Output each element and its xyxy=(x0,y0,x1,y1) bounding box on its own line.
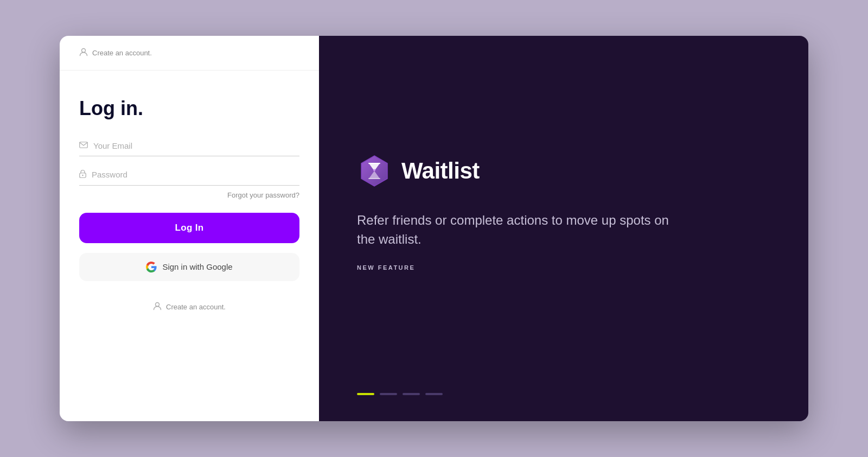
google-signin-button[interactable]: Sign in with Google xyxy=(79,253,299,281)
svg-point-0 xyxy=(82,49,86,53)
user-icon-bottom xyxy=(153,302,162,312)
lock-icon xyxy=(79,169,86,180)
forgot-password-link[interactable]: Forgot your password? xyxy=(227,191,299,199)
brand-name: Waitlist xyxy=(401,158,480,184)
email-input[interactable] xyxy=(93,141,299,150)
create-account-bottom: Create an account. xyxy=(79,296,299,312)
slide-indicator-3[interactable] xyxy=(403,393,420,395)
email-icon xyxy=(79,141,88,150)
svg-point-8 xyxy=(373,169,375,172)
slide-indicators xyxy=(357,393,443,395)
svg-point-4 xyxy=(156,302,159,306)
password-input-wrapper xyxy=(79,169,299,186)
promo-panel: Waitlist Refer friends or complete actio… xyxy=(319,36,808,421)
create-account-bottom-label[interactable]: Create an account. xyxy=(166,303,226,311)
top-bar: Create an account. xyxy=(60,36,319,71)
new-feature-badge: NEW FEATURE xyxy=(357,264,770,271)
create-account-top-label[interactable]: Create an account. xyxy=(92,49,152,57)
login-panel: Create an account. Log in. xyxy=(60,36,319,421)
login-form-container: Log in. xyxy=(60,71,319,421)
slide-indicator-1[interactable] xyxy=(357,393,374,395)
email-form-group xyxy=(79,141,299,156)
brand-row: Waitlist xyxy=(357,154,770,188)
brand-logo xyxy=(357,154,392,188)
login-title: Log in. xyxy=(79,98,299,119)
tagline: Refer friends or complete actions to mov… xyxy=(357,211,672,249)
google-signin-label: Sign in with Google xyxy=(162,262,232,271)
slide-indicator-4[interactable] xyxy=(425,393,443,395)
email-input-wrapper xyxy=(79,141,299,156)
main-card: Create an account. Log in. xyxy=(60,36,808,421)
user-icon-top xyxy=(79,48,88,58)
google-icon xyxy=(146,262,157,272)
password-input[interactable] xyxy=(92,170,299,179)
svg-point-3 xyxy=(82,174,83,175)
login-button[interactable]: Log In xyxy=(79,213,299,243)
forgot-password-container: Forgot your password? xyxy=(79,190,299,200)
password-form-group: Forgot your password? xyxy=(79,169,299,200)
slide-indicator-2[interactable] xyxy=(380,393,397,395)
